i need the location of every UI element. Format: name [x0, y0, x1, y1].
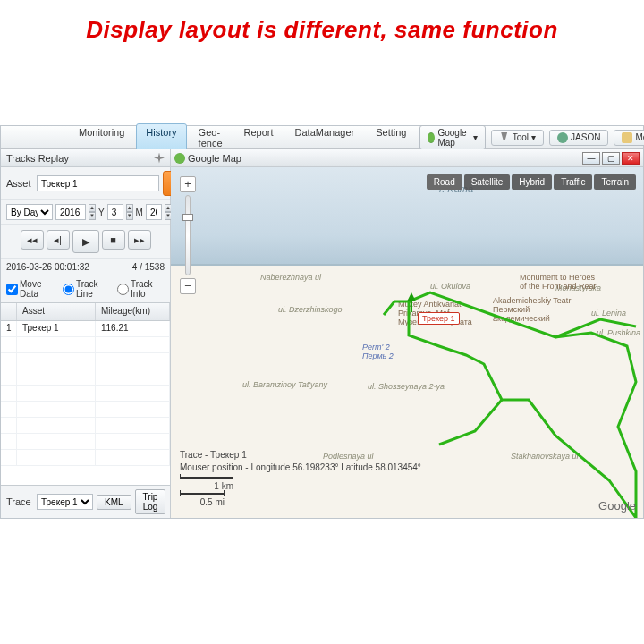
trace-select[interactable]: Трекер 1	[37, 494, 93, 510]
pin-icon[interactable]	[154, 153, 165, 164]
first-button[interactable]: ◂◂	[21, 230, 44, 250]
track-line-radio[interactable]: Track Line	[63, 279, 112, 299]
year-input[interactable]	[55, 204, 86, 220]
close-button[interactable]: ✕	[622, 152, 640, 165]
map-window-titlebar: Google Map — ▢ ✕	[171, 149, 643, 167]
app-window: Monitoring History Geo-fence Report Data…	[0, 125, 644, 519]
map-window-title: Google Map	[188, 153, 242, 164]
asset-grid: Asset Mileage(km) 1 Трекер 1 116.21	[1, 303, 170, 485]
month-label: M	[136, 208, 143, 217]
marker-icon[interactable]	[405, 292, 418, 312]
zoom-slider[interactable]	[185, 195, 191, 275]
zoom-control: + −	[180, 176, 196, 294]
tab-geofence[interactable]: Geo-fence	[189, 123, 233, 152]
table-row[interactable]: 1 Трекер 1 116.21	[1, 321, 170, 337]
zoom-out-button[interactable]: −	[180, 278, 196, 294]
tab-report[interactable]: Report	[234, 123, 284, 152]
month-stepper[interactable]: ▲▼	[126, 204, 133, 220]
table-row	[1, 353, 170, 369]
tab-datamanager[interactable]: DataManager	[285, 123, 365, 152]
chevron-down-icon: ▾	[531, 132, 536, 142]
timestamp: 2016-03-26 00:01:32	[6, 262, 89, 272]
user-icon	[557, 132, 568, 143]
status-row: 2016-03-26 00:01:32 4 / 1538	[1, 259, 170, 275]
kml-button[interactable]: KML	[97, 495, 131, 510]
message-icon	[622, 132, 632, 143]
prev-button[interactable]: ◂|	[47, 230, 70, 250]
user-button[interactable]: JASON	[549, 130, 608, 146]
minimize-button[interactable]: —	[582, 152, 600, 165]
table-row	[1, 337, 170, 353]
table-row	[1, 450, 170, 466]
table-row	[1, 369, 170, 386]
maximize-button[interactable]: ▢	[602, 152, 620, 165]
table-row	[1, 434, 170, 450]
maptype-traffic[interactable]: Traffic	[554, 174, 592, 190]
maptype-hybrid[interactable]: Hybrid	[512, 174, 552, 190]
globe-icon	[428, 132, 435, 143]
tool-button[interactable]: Tool ▾	[491, 130, 544, 146]
trace-label: Trace	[6, 496, 33, 507]
mouse-position: Mouser position - Longitude 56.198233° L…	[180, 462, 421, 474]
tab-setting[interactable]: Setting	[366, 123, 416, 152]
track-info-radio[interactable]: Track Info	[117, 279, 165, 299]
message-button[interactable]: Message	[614, 130, 644, 146]
range-mode-select[interactable]: By Day	[6, 204, 53, 220]
playback-controls: ◂◂ ◂| ▶ ■ ▸▸	[1, 225, 170, 259]
zoom-thumb[interactable]	[182, 214, 193, 221]
map-canvas[interactable]: r. Kama Naberezhnaya ul ul. Okulova Mona…	[171, 167, 643, 518]
main-tabs: Monitoring History Geo-fence Report Data…	[69, 123, 416, 152]
last-button[interactable]: ▸▸	[128, 230, 151, 250]
maptype-terrain[interactable]: Terrain	[594, 174, 636, 190]
asset-label: Asset	[6, 178, 33, 189]
col-mileage-head: Mileage(km)	[96, 303, 170, 320]
trace-title: Trace - Трекер 1	[180, 449, 421, 462]
tab-monitoring[interactable]: Monitoring	[69, 123, 134, 152]
table-row	[1, 402, 170, 418]
chevron-down-icon: ▾	[473, 132, 478, 142]
tool-icon	[499, 132, 510, 143]
col-asset-head: Asset	[17, 303, 96, 320]
map-provider-label: Google Map	[437, 128, 470, 148]
maptype-road[interactable]: Road	[427, 174, 462, 190]
table-row	[1, 386, 170, 402]
globe-icon	[174, 153, 185, 164]
sidebar-bottom: Trace Трекер 1 KML Trip Log	[1, 485, 170, 518]
tracks-replay-panel: Tracks Replay Asset ✎ Clear By Day ▲▼ Y …	[1, 149, 171, 518]
panel-title: Tracks Replay	[1, 149, 170, 167]
google-logo: Google	[598, 499, 636, 513]
play-button[interactable]: ▶	[72, 230, 99, 253]
year-label: Y	[98, 208, 105, 217]
triplog-button[interactable]: Trip Log	[135, 489, 166, 514]
col-num-head	[1, 303, 17, 320]
progress: 4 / 1538	[132, 262, 165, 272]
year-stepper[interactable]: ▲▼	[89, 204, 96, 220]
stop-button[interactable]: ■	[102, 230, 125, 250]
options-row: Move Data Track Line Track Info	[1, 275, 170, 303]
asset-input[interactable]	[37, 175, 159, 191]
map-type-switch: Road Satellite Hybrid Traffic Terrain	[427, 174, 636, 190]
month-input[interactable]	[107, 204, 123, 220]
zoom-in-button[interactable]: +	[180, 176, 196, 192]
maptype-satellite[interactable]: Satellite	[464, 174, 511, 190]
tab-history[interactable]: History	[136, 123, 186, 152]
right-toolbar: Google Map ▾ Tool ▾ JASON Message Exit	[419, 125, 644, 150]
table-row	[1, 418, 170, 434]
scale-bar: 1 km 0.5 mi	[180, 477, 421, 509]
trace-info: Trace - Трекер 1 Mouser position - Longi…	[180, 449, 421, 509]
menubar: Monitoring History Geo-fence Report Data…	[1, 126, 643, 149]
banner-text: Display layout is different, same functi…	[0, 0, 644, 44]
map-provider-dropdown[interactable]: Google Map ▾	[419, 125, 485, 150]
day-input[interactable]	[146, 204, 162, 220]
move-data-checkbox[interactable]: Move Data	[6, 279, 57, 299]
marker-label[interactable]: Трекер 1	[418, 312, 460, 325]
